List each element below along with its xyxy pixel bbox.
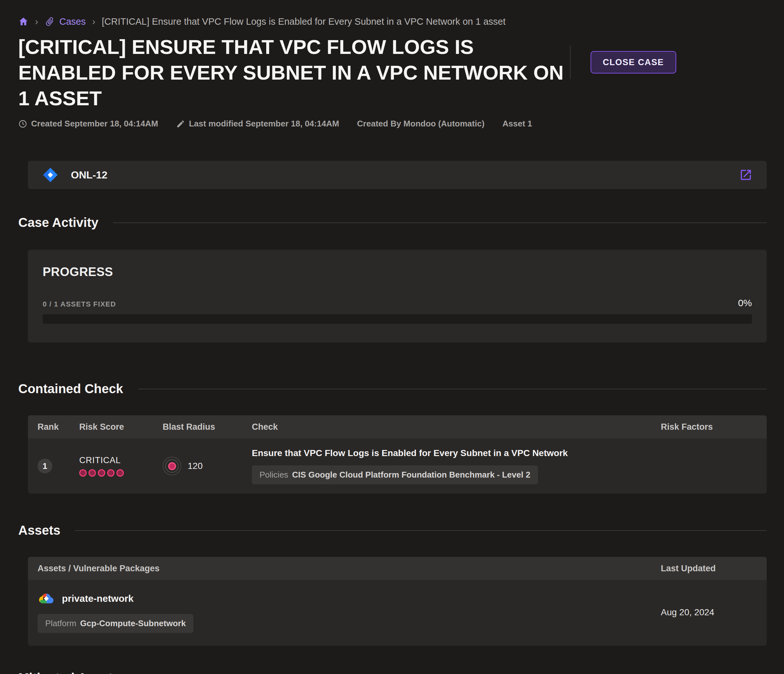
breadcrumb-cases-link[interactable]: Cases (45, 16, 86, 27)
col-check: Check (252, 422, 661, 432)
assets-fixed-label: 0 / 1 ASSETS FIXED (43, 300, 116, 309)
section-title-contained-check: Contained Check (18, 382, 123, 396)
section-divider (113, 222, 767, 223)
risk-dot (117, 469, 124, 477)
breadcrumb-separator: › (92, 16, 95, 27)
blast-radius-value: 120 (188, 461, 203, 471)
breadcrumb: › Cases › [CRITICAL] Ensure that VPC Flo… (18, 14, 767, 29)
header-divider (570, 45, 571, 79)
progress-percent: 0% (738, 298, 752, 309)
col-risk-factors: Risk Factors (661, 422, 767, 432)
jira-icon (42, 167, 59, 183)
section-title-mitigated-assets: Mitigated Assets (18, 671, 120, 674)
col-rank: Rank (37, 422, 79, 432)
blast-radius-icon (163, 457, 181, 475)
asset-count-meta: Asset 1 (502, 119, 532, 129)
case-meta: Created September 18, 04:14AM Last modif… (18, 119, 767, 129)
page-title: [CRITICAL] Ensure that VPC Flow Logs is … (18, 34, 570, 111)
home-icon[interactable] (18, 16, 28, 27)
section-title-assets: Assets (18, 523, 60, 538)
platform-badge: Platform Gcp-Compute-Subnetwork (37, 614, 193, 633)
blast-radius-cell: 120 (163, 457, 252, 475)
col-blast-radius: Blast Radius (163, 422, 252, 432)
check-table-row[interactable]: 1 CRITICAL 120 Ensure that VPC Flow Logs… (28, 438, 767, 494)
section-case-activity: Case Activity (18, 215, 767, 230)
progress-card: PROGRESS 0 / 1 ASSETS FIXED 0% (28, 250, 767, 342)
pencil-icon (176, 119, 185, 128)
section-mitigated-assets: Mitigated Assets (18, 671, 767, 674)
section-divider (138, 388, 767, 389)
asset-name[interactable]: private-network (62, 593, 134, 604)
assets-table: Assets / Vulnerable Packages Last Update… (28, 557, 767, 646)
asset-cell: private-network Platform Gcp-Compute-Sub… (37, 591, 661, 633)
policy-badge-value: CIS Google Cloud Platform Foundation Ben… (292, 470, 530, 480)
platform-badge-label: Platform (45, 618, 76, 629)
breadcrumb-cases-label[interactable]: Cases (59, 16, 86, 27)
breadcrumb-current: [CRITICAL] Ensure that VPC Flow Logs is … (102, 16, 506, 27)
risk-dot (89, 469, 96, 477)
breadcrumb-separator: › (35, 16, 38, 27)
progress-bar (43, 314, 752, 324)
contained-check-table: Rank Risk Score Blast Radius Check Risk … (28, 415, 767, 494)
external-link-icon[interactable] (739, 168, 753, 182)
section-divider (75, 530, 767, 531)
header-actions: CLOSE CASE (570, 45, 676, 79)
modified-meta: Last modified September 18, 04:14AM (176, 119, 339, 129)
case-header: [CRITICAL] Ensure that VPC Flow Logs is … (18, 34, 767, 111)
google-cloud-icon (37, 591, 54, 605)
section-contained-check: Contained Check (18, 382, 767, 396)
close-case-button[interactable]: CLOSE CASE (591, 51, 676, 73)
rank-badge: 1 (37, 459, 52, 473)
platform-badge-value: Gcp-Compute-Subnetwork (80, 618, 186, 629)
asset-row[interactable]: private-network Platform Gcp-Compute-Sub… (28, 580, 767, 646)
risk-score-label: CRITICAL (79, 456, 163, 465)
risk-score-cell: CRITICAL (79, 456, 163, 477)
col-assets-packages: Assets / Vulnerable Packages (37, 563, 661, 574)
asset-last-updated: Aug 20, 2024 (661, 607, 767, 618)
risk-dot (79, 469, 87, 477)
jira-ticket-row[interactable]: ONL-12 (28, 161, 767, 189)
assets-table-header: Assets / Vulnerable Packages Last Update… (28, 557, 767, 580)
ticket-id: ONL-12 (71, 169, 107, 181)
col-risk-score: Risk Score (79, 422, 163, 432)
col-last-updated: Last Updated (661, 563, 767, 574)
case-page: › Cases › [CRITICAL] Ensure that VPC Flo… (0, 0, 784, 674)
policy-badge-label: Policies (260, 470, 288, 480)
check-title-link[interactable]: Ensure that VPC Flow Logs is Enabled for… (252, 448, 642, 458)
risk-dot (98, 469, 105, 477)
created-meta: Created September 18, 04:14AM (18, 119, 158, 129)
check-cell: Ensure that VPC Flow Logs is Enabled for… (252, 448, 661, 484)
check-table-header: Rank Risk Score Blast Radius Check Risk … (28, 415, 767, 438)
policy-badge: Policies CIS Google Cloud Platform Found… (252, 465, 538, 484)
created-by-meta: Created By Mondoo (Automatic) (357, 119, 484, 129)
risk-dot (107, 469, 115, 477)
risk-score-dots (79, 469, 163, 477)
section-title-case-activity: Case Activity (18, 215, 98, 230)
clock-icon (18, 119, 27, 128)
progress-title: PROGRESS (43, 265, 752, 279)
section-assets: Assets (18, 523, 767, 538)
